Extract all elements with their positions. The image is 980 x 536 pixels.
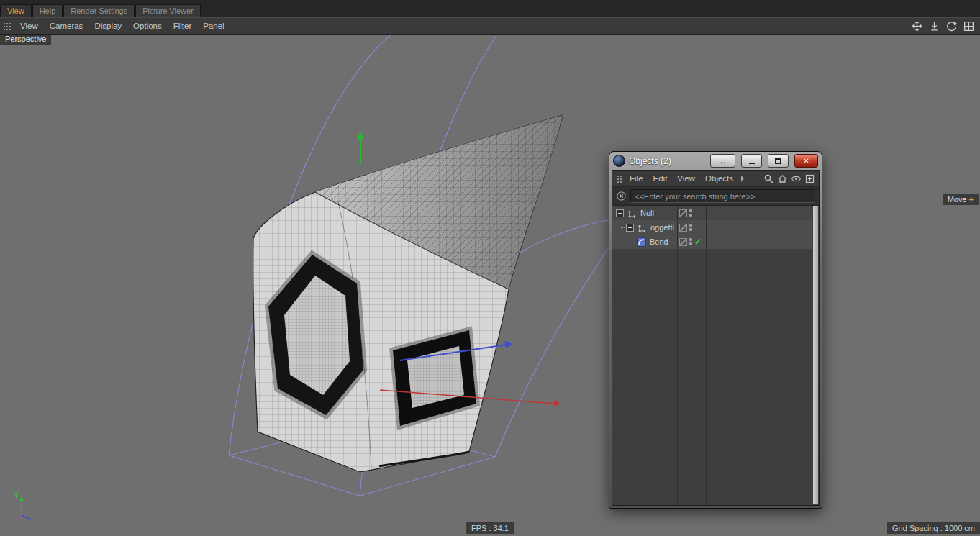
visibility-cell	[679, 220, 708, 235]
active-tool-hint: Move+	[943, 194, 979, 205]
grid-spacing-label: Grid Spacing : 1000 cm	[887, 522, 980, 534]
home-icon[interactable]	[777, 173, 788, 184]
menu-filter[interactable]: Filter	[168, 22, 198, 30]
column-divider	[677, 206, 678, 505]
objects-menu-bar: File Edit View Objects	[612, 171, 819, 187]
viewport-menu-bar: View Cameras Display Options Filter Pane…	[0, 17, 980, 35]
toggle-view-layout-icon[interactable]	[963, 20, 975, 32]
close-button[interactable]: ✕	[794, 154, 818, 168]
minimize-icon	[749, 163, 755, 164]
menu-options[interactable]: Options	[127, 22, 168, 30]
null-object-icon	[627, 208, 638, 219]
add-object-icon[interactable]	[804, 173, 815, 184]
tool-hint-label: Move	[948, 195, 967, 204]
column-divider	[706, 206, 707, 505]
camera-pan-icon[interactable]	[911, 20, 923, 32]
tree-connector	[620, 217, 620, 227]
menu-cameras[interactable]: Cameras	[44, 22, 89, 30]
tab-help[interactable]: Help	[32, 4, 63, 17]
object-name: Bend	[650, 237, 668, 246]
visibility-dots-icon[interactable]	[689, 209, 692, 217]
axis-y-label: Y	[14, 491, 19, 499]
visibility-cell: ✓	[679, 235, 708, 249]
visibility-cell	[679, 206, 708, 220]
tree-connector	[620, 227, 625, 228]
layer-icon[interactable]	[679, 209, 687, 217]
maximize-icon	[775, 158, 781, 164]
objects-window-title: Objects (2)	[629, 156, 704, 166]
minimize-button[interactable]	[741, 154, 762, 168]
bend-deformer-icon	[636, 237, 647, 247]
tab-picture-viewer[interactable]: Picture Viewer	[135, 4, 201, 17]
camera-dolly-icon[interactable]	[928, 20, 940, 32]
layer-icon[interactable]	[679, 224, 687, 232]
table-row-bend[interactable]: Bend ✓	[612, 235, 812, 249]
clear-search-icon[interactable]	[616, 191, 627, 201]
tool-hint-plus-icon: +	[969, 195, 974, 204]
menu-view[interactable]: View	[14, 22, 44, 30]
undock-button[interactable]: ↔	[710, 154, 735, 168]
app-logo-icon	[613, 155, 625, 167]
objects-toolbar-icons	[763, 173, 817, 184]
search-icon[interactable]	[763, 173, 774, 184]
menu-overflow-arrow-icon[interactable]	[741, 176, 744, 181]
eye-filter-icon[interactable]	[791, 173, 802, 184]
tab-render-settings[interactable]: Render Settings	[63, 4, 135, 17]
main-menu-bar: View Help Render Settings Picture Viewer	[0, 0, 980, 17]
tree-connector	[630, 242, 635, 242]
maximize-button[interactable]	[768, 154, 789, 168]
viewport-camera-controls	[911, 20, 980, 32]
objects-menu-file[interactable]: File	[625, 174, 648, 183]
object-name: oggetti	[650, 223, 674, 232]
tree-connector	[630, 231, 630, 242]
visibility-dots-icon[interactable]	[689, 238, 692, 245]
table-row-oggetti[interactable]: oggetti	[612, 220, 812, 235]
objects-menu-edit[interactable]: Edit	[648, 174, 673, 183]
search-input[interactable]	[630, 189, 815, 203]
world-axis-indicator: Y	[14, 491, 31, 520]
mesh-object[interactable]	[253, 115, 563, 472]
table-row-null[interactable]: Null	[612, 206, 812, 220]
tab-view[interactable]: View	[0, 4, 32, 17]
objects-window: Objects (2) ↔ ✕ File Edit View Objects	[609, 151, 822, 509]
menu-display[interactable]: Display	[89, 22, 127, 30]
visibility-dots-icon[interactable]	[689, 224, 692, 231]
fps-counter: FPS : 34.1	[466, 522, 514, 534]
camera-rotate-icon[interactable]	[945, 20, 958, 32]
drag-grip-icon[interactable]	[2, 22, 12, 31]
object-name: Null	[640, 209, 654, 217]
object-tree: Null oggetti	[612, 206, 819, 505]
menu-panel[interactable]: Panel	[197, 22, 230, 30]
objects-menu-view[interactable]: View	[672, 174, 700, 183]
expand-expander-icon[interactable]	[626, 224, 634, 232]
null-object-icon	[637, 222, 648, 233]
viewport-canvas[interactable]: Y	[0, 0, 980, 536]
enabled-check-icon[interactable]: ✓	[694, 237, 702, 246]
objects-window-titlebar[interactable]: Objects (2) ↔ ✕	[612, 152, 820, 170]
objects-window-body: File Edit View Objects	[612, 170, 820, 506]
collapse-expander-icon[interactable]	[616, 209, 624, 217]
drag-grip-icon[interactable]	[616, 174, 623, 183]
tree-scrollbar[interactable]	[813, 206, 818, 504]
objects-menu-objects[interactable]: Objects	[700, 174, 738, 183]
objects-search-row	[612, 187, 819, 206]
layer-icon[interactable]	[679, 238, 687, 246]
viewport-view-label[interactable]: Perspective	[0, 33, 51, 45]
